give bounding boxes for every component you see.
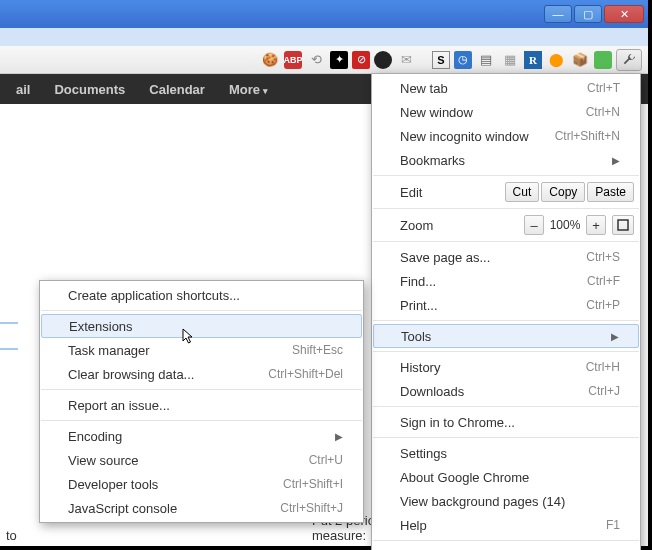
- menu-separator: [373, 208, 639, 209]
- drop-icon[interactable]: ⬤: [546, 50, 566, 70]
- swirl-icon[interactable]: [374, 51, 392, 69]
- menu-signin[interactable]: Sign in to Chrome...: [372, 410, 640, 434]
- box-icon[interactable]: 📦: [570, 50, 590, 70]
- star-icon[interactable]: ✦: [330, 51, 348, 69]
- menu-save-page[interactable]: Save page as...Ctrl+S: [372, 245, 640, 269]
- green-icon[interactable]: [594, 51, 612, 69]
- zoom-label: Zoom: [400, 218, 524, 233]
- menu-separator: [41, 420, 362, 421]
- menu-task-manager[interactable]: Task managerShift+Esc: [40, 338, 363, 362]
- menu-app-shortcuts[interactable]: Create application shortcuts...: [40, 283, 363, 307]
- sync-icon[interactable]: ⟲: [306, 50, 326, 70]
- zoom-in-button[interactable]: +: [586, 215, 606, 235]
- tab-strip: [0, 28, 648, 46]
- menu-separator: [373, 320, 639, 321]
- gbar-documents[interactable]: Documents: [42, 82, 137, 97]
- gbar-calendar[interactable]: Calendar: [137, 82, 217, 97]
- menu-find[interactable]: Find...Ctrl+F: [372, 269, 640, 293]
- to-label: to: [6, 528, 17, 543]
- svg-rect-0: [618, 220, 628, 230]
- cut-button[interactable]: Cut: [505, 182, 540, 202]
- block-icon[interactable]: ⊘: [352, 51, 370, 69]
- menu-separator: [373, 351, 639, 352]
- doc-icon[interactable]: ▤: [476, 50, 496, 70]
- menu-view-source[interactable]: View sourceCtrl+U: [40, 448, 363, 472]
- menu-separator: [41, 310, 362, 311]
- cookie-icon[interactable]: 🍪: [260, 50, 280, 70]
- menu-new-window[interactable]: New windowCtrl+N: [372, 100, 640, 124]
- menu-devtools[interactable]: Developer toolsCtrl+Shift+I: [40, 472, 363, 496]
- menu-js-console[interactable]: JavaScript consoleCtrl+Shift+J: [40, 496, 363, 520]
- menu-separator: [41, 389, 362, 390]
- menu-bgpages[interactable]: View background pages (14): [372, 489, 640, 513]
- wrench-menu-button[interactable]: [616, 49, 642, 71]
- menu-extensions[interactable]: Extensions: [41, 314, 362, 338]
- menu-tools[interactable]: Tools▶: [373, 324, 639, 348]
- maximize-button[interactable]: ▢: [574, 5, 602, 23]
- menu-zoom-row: Zoom – 100% +: [372, 212, 640, 238]
- menu-clear-data[interactable]: Clear browsing data...Ctrl+Shift+Del: [40, 362, 363, 386]
- gbar-mail[interactable]: ail: [4, 82, 42, 97]
- clock-icon[interactable]: ◷: [454, 51, 472, 69]
- r-icon[interactable]: R: [524, 51, 542, 69]
- copy-button[interactable]: Copy: [541, 182, 585, 202]
- menu-report-issue[interactable]: Report an issue...: [40, 393, 363, 417]
- s-icon[interactable]: S: [432, 51, 450, 69]
- menu-history[interactable]: HistoryCtrl+H: [372, 355, 640, 379]
- menu-separator: [373, 540, 639, 541]
- zoom-value: 100%: [544, 218, 586, 232]
- browser-toolbar: 🍪 ABP ⟲ ✦ ⊘ ✉ S ◷ ▤ ▦ R ⬤ 📦: [0, 46, 648, 74]
- menu-separator: [373, 437, 639, 438]
- menu-separator: [373, 175, 639, 176]
- menu-downloads[interactable]: DownloadsCtrl+J: [372, 379, 640, 403]
- menu-help[interactable]: HelpF1: [372, 513, 640, 537]
- menu-print[interactable]: Print...Ctrl+P: [372, 293, 640, 317]
- paste-button[interactable]: Paste: [587, 182, 634, 202]
- field-line: [0, 322, 18, 324]
- menu-edit-row: Edit Cut Copy Paste: [372, 179, 640, 205]
- menu-about[interactable]: About Google Chrome: [372, 465, 640, 489]
- close-button[interactable]: ✕: [604, 5, 644, 23]
- fullscreen-button[interactable]: [612, 215, 634, 235]
- menu-exit[interactable]: Exit: [372, 544, 640, 550]
- gbar-more[interactable]: More: [217, 82, 280, 97]
- menu-separator: [373, 241, 639, 242]
- wrench-menu: New tabCtrl+T New windowCtrl+N New incog…: [371, 73, 641, 550]
- mail-icon[interactable]: ✉: [396, 50, 416, 70]
- flag-icon[interactable]: ▦: [500, 50, 520, 70]
- edit-label: Edit: [400, 185, 503, 200]
- menu-encoding[interactable]: Encoding▶: [40, 424, 363, 448]
- menu-separator: [373, 406, 639, 407]
- zoom-out-button[interactable]: –: [524, 215, 544, 235]
- menu-bookmarks[interactable]: Bookmarks▶: [372, 148, 640, 172]
- menu-settings[interactable]: Settings: [372, 441, 640, 465]
- field-line: [0, 348, 18, 350]
- menu-incognito[interactable]: New incognito windowCtrl+Shift+N: [372, 124, 640, 148]
- menu-new-tab[interactable]: New tabCtrl+T: [372, 76, 640, 100]
- titlebar: — ▢ ✕: [0, 0, 648, 28]
- minimize-button[interactable]: —: [544, 5, 572, 23]
- tools-submenu: Create application shortcuts... Extensio…: [39, 280, 364, 523]
- wrench-icon: [622, 53, 636, 67]
- adblock-icon[interactable]: ABP: [284, 51, 302, 69]
